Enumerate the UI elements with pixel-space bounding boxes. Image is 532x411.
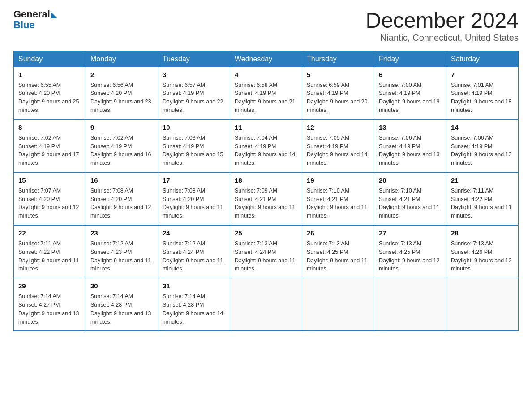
day-info: Sunrise: 7:00 AMSunset: 4:19 PMDaylight:… [379,82,440,114]
day-info: Sunrise: 7:08 AMSunset: 4:20 PMDaylight:… [163,188,223,219]
day-info: Sunrise: 7:10 AMSunset: 4:21 PMDaylight:… [379,188,440,219]
calendar-day-cell [302,278,374,331]
day-info: Sunrise: 7:02 AMSunset: 4:19 PMDaylight:… [90,135,151,167]
calendar-week-row: 15 Sunrise: 7:07 AMSunset: 4:20 PMDaylig… [14,172,519,225]
calendar-day-cell [446,278,519,331]
calendar-day-cell: 22 Sunrise: 7:11 AMSunset: 4:22 PMDaylig… [14,225,86,278]
day-info: Sunrise: 7:01 AMSunset: 4:19 PMDaylight:… [451,82,512,114]
calendar-day-cell: 26 Sunrise: 7:13 AMSunset: 4:25 PMDaylig… [302,225,374,278]
logo: General Blue [13,9,57,30]
day-info: Sunrise: 7:12 AMSunset: 4:23 PMDaylight:… [90,240,151,272]
title-block: December 2024 Niantic, Connecticut, Unit… [365,9,519,43]
calendar-day-cell: 6 Sunrise: 7:00 AMSunset: 4:19 PMDayligh… [374,67,446,120]
day-number: 23 [90,228,153,238]
day-info: Sunrise: 7:12 AMSunset: 4:24 PMDaylight:… [163,240,223,272]
day-info: Sunrise: 7:14 AMSunset: 4:28 PMDaylight:… [90,293,151,325]
calendar-week-row: 29 Sunrise: 7:14 AMSunset: 4:27 PMDaylig… [14,278,519,331]
logo-general: General [13,9,50,20]
page-header: General Blue December 2024 Niantic, Conn… [13,9,519,43]
logo-triangle-icon [51,12,57,18]
day-number: 30 [90,281,153,291]
day-number: 3 [163,70,225,80]
day-info: Sunrise: 7:05 AMSunset: 4:19 PMDaylight:… [307,135,368,167]
calendar-day-cell: 1 Sunrise: 6:55 AMSunset: 4:20 PMDayligh… [14,67,86,120]
calendar-day-cell: 18 Sunrise: 7:09 AMSunset: 4:21 PMDaylig… [230,172,302,225]
calendar-day-header: Monday [86,51,158,67]
day-number: 27 [379,228,442,238]
day-info: Sunrise: 7:06 AMSunset: 4:19 PMDaylight:… [451,135,512,167]
calendar-day-cell: 2 Sunrise: 6:56 AMSunset: 4:20 PMDayligh… [86,67,158,120]
day-number: 9 [90,123,153,133]
day-info: Sunrise: 7:10 AMSunset: 4:21 PMDaylight:… [307,188,368,219]
day-number: 31 [163,281,225,291]
calendar-day-cell: 30 Sunrise: 7:14 AMSunset: 4:28 PMDaylig… [86,278,158,331]
calendar-day-header: Tuesday [158,51,230,67]
calendar-day-cell: 27 Sunrise: 7:13 AMSunset: 4:25 PMDaylig… [374,225,446,278]
day-number: 22 [18,228,81,238]
page-title: December 2024 [365,9,519,33]
day-number: 10 [163,123,225,133]
day-number: 6 [379,70,442,80]
day-info: Sunrise: 6:58 AMSunset: 4:19 PMDaylight:… [235,82,296,114]
calendar-day-header: Wednesday [230,51,302,67]
calendar-day-cell: 24 Sunrise: 7:12 AMSunset: 4:24 PMDaylig… [158,225,230,278]
calendar-day-header: Sunday [14,51,86,67]
day-info: Sunrise: 7:13 AMSunset: 4:25 PMDaylight:… [307,240,368,272]
calendar-day-cell: 4 Sunrise: 6:58 AMSunset: 4:19 PMDayligh… [230,67,302,120]
day-info: Sunrise: 7:06 AMSunset: 4:19 PMDaylight:… [379,135,440,167]
day-info: Sunrise: 6:56 AMSunset: 4:20 PMDaylight:… [90,82,151,114]
day-number: 8 [18,123,81,133]
calendar-day-cell: 8 Sunrise: 7:02 AMSunset: 4:19 PMDayligh… [14,120,86,172]
day-info: Sunrise: 6:59 AMSunset: 4:19 PMDaylight:… [307,82,368,114]
calendar-day-cell: 19 Sunrise: 7:10 AMSunset: 4:21 PMDaylig… [302,172,374,225]
day-number: 25 [235,228,297,238]
day-number: 12 [307,123,369,133]
calendar-header-row: SundayMondayTuesdayWednesdayThursdayFrid… [14,51,519,67]
calendar-day-header: Friday [374,51,446,67]
day-number: 7 [451,70,514,80]
calendar-day-cell: 5 Sunrise: 6:59 AMSunset: 4:19 PMDayligh… [302,67,374,120]
calendar-week-row: 22 Sunrise: 7:11 AMSunset: 4:22 PMDaylig… [14,225,519,278]
calendar-day-cell: 15 Sunrise: 7:07 AMSunset: 4:20 PMDaylig… [14,172,86,225]
day-number: 16 [90,176,153,185]
day-number: 13 [379,123,442,133]
day-number: 19 [307,176,369,185]
day-info: Sunrise: 7:14 AMSunset: 4:28 PMDaylight:… [163,293,223,325]
day-info: Sunrise: 7:04 AMSunset: 4:19 PMDaylight:… [235,135,296,167]
day-info: Sunrise: 7:03 AMSunset: 4:19 PMDaylight:… [163,135,223,167]
day-number: 26 [307,228,369,238]
day-info: Sunrise: 7:11 AMSunset: 4:22 PMDaylight:… [18,240,79,272]
day-info: Sunrise: 7:09 AMSunset: 4:21 PMDaylight:… [235,188,296,219]
calendar-day-cell: 3 Sunrise: 6:57 AMSunset: 4:19 PMDayligh… [158,67,230,120]
calendar-day-cell: 23 Sunrise: 7:12 AMSunset: 4:23 PMDaylig… [86,225,158,278]
calendar-day-header: Thursday [302,51,374,67]
calendar-day-cell: 12 Sunrise: 7:05 AMSunset: 4:19 PMDaylig… [302,120,374,172]
day-number: 20 [379,176,442,185]
calendar-day-cell: 31 Sunrise: 7:14 AMSunset: 4:28 PMDaylig… [158,278,230,331]
day-number: 15 [18,176,81,185]
calendar-day-header: Saturday [446,51,519,67]
calendar-day-cell [230,278,302,331]
calendar-day-cell: 14 Sunrise: 7:06 AMSunset: 4:19 PMDaylig… [446,120,519,172]
calendar-day-cell: 10 Sunrise: 7:03 AMSunset: 4:19 PMDaylig… [158,120,230,172]
day-number: 17 [163,176,225,185]
calendar-week-row: 8 Sunrise: 7:02 AMSunset: 4:19 PMDayligh… [14,120,519,172]
day-info: Sunrise: 7:08 AMSunset: 4:20 PMDaylight:… [90,188,151,219]
day-info: Sunrise: 7:11 AMSunset: 4:22 PMDaylight:… [451,188,512,219]
calendar-day-cell: 21 Sunrise: 7:11 AMSunset: 4:22 PMDaylig… [446,172,519,225]
calendar-day-cell: 9 Sunrise: 7:02 AMSunset: 4:19 PMDayligh… [86,120,158,172]
logo-blue: Blue [13,20,35,30]
calendar-day-cell: 25 Sunrise: 7:13 AMSunset: 4:24 PMDaylig… [230,225,302,278]
day-number: 4 [235,70,297,80]
day-info: Sunrise: 7:13 AMSunset: 4:24 PMDaylight:… [235,240,296,272]
day-info: Sunrise: 7:14 AMSunset: 4:27 PMDaylight:… [18,293,79,325]
day-number: 11 [235,123,297,133]
day-info: Sunrise: 7:02 AMSunset: 4:19 PMDaylight:… [18,135,79,167]
day-number: 18 [235,176,297,185]
day-info: Sunrise: 6:57 AMSunset: 4:19 PMDaylight:… [163,82,223,114]
day-info: Sunrise: 6:55 AMSunset: 4:20 PMDaylight:… [18,82,79,114]
calendar-day-cell: 16 Sunrise: 7:08 AMSunset: 4:20 PMDaylig… [86,172,158,225]
calendar-week-row: 1 Sunrise: 6:55 AMSunset: 4:20 PMDayligh… [14,67,519,120]
calendar-day-cell: 17 Sunrise: 7:08 AMSunset: 4:20 PMDaylig… [158,172,230,225]
day-number: 14 [451,123,514,133]
